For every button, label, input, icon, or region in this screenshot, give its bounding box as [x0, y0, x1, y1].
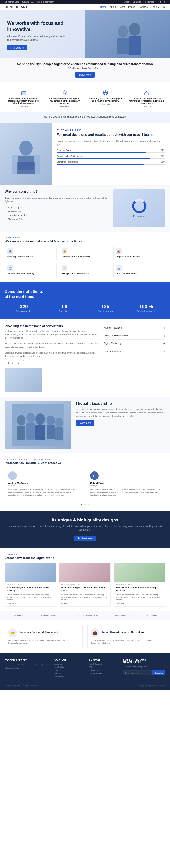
test-text-1: Lorem ipsum dolor sit amet, consectetur …	[90, 488, 162, 496]
thought-title: Thought Leadership	[76, 401, 165, 406]
why-item-0: Expert peoples	[5, 206, 109, 210]
service-item-3: Guides on the importance of networking f…	[127, 87, 165, 110]
industry-banking[interactable]: 🏦 Banking & capital market	[5, 246, 57, 260]
nav-home[interactable]: Home	[100, 6, 107, 8]
svg-point-12	[148, 93, 149, 95]
svg-point-16	[19, 141, 33, 156]
search-icon[interactable]: 🔍	[163, 6, 165, 8]
nav-team[interactable]: Team	[119, 6, 125, 8]
donut-chart	[132, 199, 146, 213]
nav-login[interactable]: Login ▾	[151, 6, 159, 8]
location-link[interactable]: Location	[133, 1, 141, 3]
health-label: Life & health science	[116, 273, 163, 275]
industry-health[interactable]: 🔬 Life & health science	[113, 263, 165, 277]
footer-contact[interactable]: Contact Us	[54, 675, 85, 677]
resources-link[interactable]: Resources	[144, 1, 154, 3]
insight-date-2: 09 25 2021 / FINANCE	[116, 584, 163, 586]
banking-icon: 🏦	[7, 248, 13, 254]
subscribe-button[interactable]: Subscribe	[152, 671, 165, 675]
wwd-title: For great decisions and results consult …	[57, 132, 165, 137]
service-link-2[interactable]: View more	[88, 103, 123, 105]
facebook-icon[interactable]: f	[157, 1, 158, 3]
designs-desc: Lorem ipsum dolor sit amet, consectetur …	[5, 525, 165, 532]
health-icon: 🔬	[116, 266, 121, 271]
hero-cta-button[interactable]: Find Experts	[7, 45, 27, 51]
footer: CONSULTANT Lorem ipsum dolor sit amet, c…	[0, 653, 170, 690]
career-desc: Lorem ipsum dolor sit amet, consectetur …	[91, 639, 162, 645]
footer-about[interactable]: About us	[54, 663, 85, 665]
footer-leadership[interactable]: Leadership	[54, 666, 85, 668]
test-dot-1[interactable]	[84, 504, 86, 505]
test-avatar-1: R	[90, 471, 99, 480]
footer-help[interactable]: Help & Support	[89, 663, 119, 665]
phone-label: Customer Care (888) 123-4567	[5, 1, 34, 3]
industry-justice[interactable]: ⚖️ Justice & defence security	[5, 263, 57, 277]
test-dot-0[interactable]	[81, 504, 82, 505]
insight-desc-2: Lorem ipsum dolor sit amet, consectetur …	[116, 593, 163, 601]
test-avatar-0: A	[8, 471, 17, 480]
fin-learn-more-button[interactable]: Learn more	[5, 360, 24, 366]
accordion-1[interactable]: Design & Development +	[104, 332, 165, 340]
insight-more-2[interactable]: Read More	[116, 602, 163, 604]
justice-icon: ⚖️	[7, 266, 13, 271]
stat-number-0: 320	[5, 304, 43, 309]
footer-privacy[interactable]: Privacy Policy	[89, 669, 119, 671]
accordion-header-3[interactable]: Innovation Space +	[104, 347, 165, 355]
footer-company-col: COMPANY About us Leadership Blog Careers…	[54, 658, 85, 678]
accordion-0[interactable]: Market Research +	[104, 324, 165, 332]
service-link-3[interactable]: View more	[129, 105, 164, 107]
insight-more-1[interactable]: Read More	[61, 602, 109, 604]
industry-finance[interactable]: 💰 Finance & insurance market	[59, 246, 111, 260]
footer-blog[interactable]: Blog	[54, 669, 85, 671]
designs-title: Its unique & high quality designs	[5, 518, 165, 523]
why-item-3: Flexiboney Policy	[5, 217, 109, 221]
accordion-2[interactable]: Digital Marketing +	[104, 340, 165, 347]
footer-grid: CONSULTANT Lorem ipsum dolor sit amet, c…	[5, 658, 165, 678]
footer-newsletter-col: SUBSCRIBE OUR NEWSLETTER Get latest news…	[123, 658, 165, 678]
subscribe-email-input[interactable]	[123, 671, 152, 675]
svg-point-22	[26, 413, 35, 423]
insight-body-1: 09 25 2021 / MARKETING Email marketing t…	[59, 582, 111, 606]
test-dot-2[interactable]	[88, 504, 89, 505]
footer-terms[interactable]: Terms & Conditions	[89, 672, 119, 674]
service-title-1: Certificated mentors will guide you thro…	[47, 97, 82, 104]
stat-number-3: 100 %	[127, 304, 166, 309]
partner-icon: 🤝	[8, 628, 17, 637]
stats-section: Doing the right thing, at the right time…	[0, 282, 170, 319]
nav-pages[interactable]: Pages ▾	[128, 6, 137, 8]
thought-image	[5, 401, 71, 448]
svg-rect-18	[17, 162, 35, 174]
footer-tagline: Lorem ipsum dolor sit amet, consectetur …	[5, 663, 51, 670]
accordion-header-0[interactable]: Market Research +	[104, 324, 165, 332]
insight-more-0[interactable]: Read More	[7, 602, 54, 604]
nav-top-left: Customer Care (888) 123-4567 info@exarpl…	[5, 1, 54, 3]
insight-img-2	[114, 563, 165, 582]
designs-cta-button[interactable]: Purchase now	[74, 536, 96, 541]
nav-contact[interactable]: Contact	[140, 6, 148, 8]
skill-label-2: Customer Relationship	[57, 161, 78, 163]
start-project-button[interactable]: Start project	[75, 72, 95, 78]
industry-logistic[interactable]: 🚛 Logistic & transportation	[113, 246, 165, 260]
skills-list: Financial Support 82% Responsibility Of …	[57, 149, 165, 165]
about-link[interactable]: About	[124, 1, 130, 3]
industry-energy[interactable]: ⚡ Energy & resource industry	[59, 263, 111, 277]
service-link-0[interactable]: View more	[6, 105, 41, 107]
why-section: Why our consulting? Grow your product an…	[0, 185, 170, 232]
stat-number-2: 125	[86, 304, 125, 309]
service-link-1[interactable]: View more	[47, 105, 82, 107]
thought-learn-more-button[interactable]: Learn more	[76, 420, 94, 426]
accordion-3[interactable]: Innovation Space +	[104, 347, 165, 355]
service-item-2: Calculating risks and setting goals as a…	[86, 87, 124, 110]
nav-about[interactable]: About	[110, 6, 116, 8]
service-title-3: Guides on the importance of networking f…	[129, 97, 164, 104]
insight-desc-0: Lorem ipsum dolor sit amet, consectetur …	[7, 593, 54, 601]
linkedin-icon[interactable]: in	[164, 1, 165, 3]
accordion-header-1[interactable]: Design & Development +	[104, 332, 165, 339]
footer-faq[interactable]: FAQ	[89, 666, 119, 668]
footer-careers[interactable]: Careers	[54, 672, 85, 674]
skill-percent-0: 82%	[161, 149, 165, 151]
accordion-header-2[interactable]: Digital Marketing +	[104, 340, 165, 347]
twitter-icon[interactable]: t	[160, 1, 161, 3]
insights-grid: 09 25 2021 / BUSINESS 7 Productivity tip…	[5, 563, 165, 607]
accordion-label-0: Market Research	[104, 327, 122, 329]
